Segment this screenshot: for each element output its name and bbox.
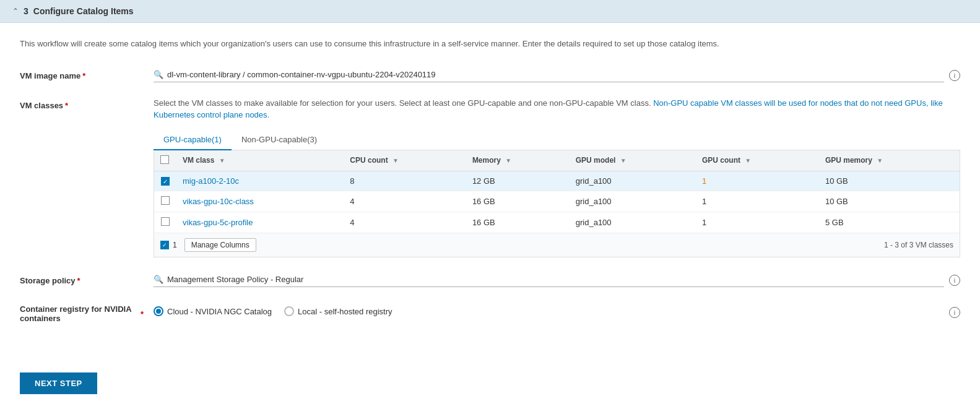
row-checkbox[interactable] [161,196,170,205]
th-gpu-count[interactable]: GPU count ▼ [696,150,819,171]
cell-gpu-memory: 10 GB [819,171,960,191]
row-checkbox[interactable] [161,217,170,226]
th-cpu-count[interactable]: CPU count ▼ [344,150,466,171]
step-number: 3 [24,6,28,16]
registry-cloud-label: Cloud - NVIDIA NGC Catalog [167,307,272,316]
vm-image-name-value: dl-vm-content-library / common-container… [167,70,944,79]
gpu-memory-sort-icon: ▼ [877,157,883,164]
cell-cpu-count: 4 [344,191,466,212]
storage-policy-input-wrapper[interactable]: 🔍 Management Storage Policy - Regular [154,272,944,287]
cell-cpu-count: 8 [344,171,466,191]
tab-gpu-capable[interactable]: GPU-capable(1) [154,130,232,150]
table-footer: 1 Manage Columns 1 - 3 of 3 VM classes [154,233,960,257]
step-title: Configure Catalog Items [33,6,134,16]
selected-count-badge: 1 [160,241,177,249]
search-icon: 🔍 [154,70,163,79]
storage-policy-value: Management Storage Policy - Regular [167,275,944,284]
content-area: This workflow will create some catalog i… [0,23,980,363]
step-header: ⌃ 3 Configure Catalog Items [0,0,980,23]
th-select-all[interactable] [154,150,176,171]
vm-classes-field: Select the VM classes to make available … [154,97,960,258]
vm-class-sort-icon: ▼ [219,157,225,164]
cell-gpu-count: 1 [696,212,819,233]
selected-count: 1 [173,241,177,249]
page-wrapper: ⌃ 3 Configure Catalog Items This workflo… [0,0,980,409]
cell-gpu-count: 1 [696,171,819,191]
storage-policy-label: Storage policy * [20,272,144,285]
vm-classes-row: VM classes * Select the VM classes to ma… [20,97,960,258]
select-all-checkbox[interactable] [160,155,169,164]
cell-gpu-memory: 5 GB [819,212,960,233]
description-text: This workflow will create some catalog i… [20,38,960,50]
registry-cloud-radio[interactable] [154,306,163,316]
table-count-info: 1 - 3 of 3 VM classes [884,241,953,249]
vm-class-link[interactable]: vikas-gpu-5c-profile [183,218,253,227]
container-registry-field: Cloud - NVIDIA NGC Catalog Local - self-… [154,302,960,318]
storage-policy-row: Storage policy * 🔍 Management Storage Po… [20,272,960,287]
badge-checkbox [160,241,169,249]
vm-classes-label: VM classes * [20,97,144,110]
registry-local-option[interactable]: Local - self-hosted registry [284,306,392,316]
th-gpu-model[interactable]: GPU model ▼ [570,150,696,171]
th-vm-class[interactable]: VM class ▼ [176,150,344,171]
vm-image-name-input-wrapper[interactable]: 🔍 dl-vm-content-library / common-contain… [154,67,944,82]
table-header-row: VM class ▼ CPU count ▼ Memory ▼ [154,150,960,171]
manage-columns-button[interactable]: Manage Columns [184,238,256,252]
vm-class-link[interactable]: mig-a100-2-10c [183,176,239,186]
vm-classes-table-wrapper: VM class ▼ CPU count ▼ Memory ▼ [154,150,960,258]
registry-local-label: Local - self-hosted registry [298,307,392,316]
registry-radio-group: Cloud - NVIDIA NGC Catalog Local - self-… [154,306,392,316]
vm-classes-tabs: GPU-capable(1) Non-GPU-capable(3) [154,130,960,150]
table-row: vikas-gpu-10c-class416 GBgrid_a100110 GB [154,191,960,212]
container-registry-label: Container registry for NVIDIA containers… [20,302,144,323]
row-checkbox-cell[interactable] [154,191,176,212]
storage-search-icon: 🔍 [154,275,163,284]
cell-memory: 16 GB [466,191,570,212]
next-step-button[interactable]: NEXT STEP [20,372,97,394]
th-memory[interactable]: Memory ▼ [466,150,570,171]
cell-memory: 12 GB [466,171,570,191]
cell-vm-class: mig-a100-2-10c [176,171,344,191]
storage-policy-field: 🔍 Management Storage Policy - Regular i [154,272,960,287]
cell-gpu-model: grid_a100 [570,171,696,191]
cell-memory: 16 GB [466,212,570,233]
storage-policy-info-icon[interactable]: i [949,275,960,286]
cpu-count-sort-icon: ▼ [392,157,399,164]
th-gpu-memory[interactable]: GPU memory ▼ [819,150,960,171]
vm-classes-table: VM class ▼ CPU count ▼ Memory ▼ [154,150,960,233]
cell-vm-class: vikas-gpu-10c-class [176,191,344,212]
vm-classes-content: Select the VM classes to make available … [154,97,960,258]
storage-required-star: * [77,276,80,285]
required-star: * [82,71,85,80]
cell-cpu-count: 4 [344,212,466,233]
registry-local-radio[interactable] [284,306,294,316]
table-row: vikas-gpu-5c-profile416 GBgrid_a10015 GB [154,212,960,233]
cell-gpu-count: 1 [696,191,819,212]
registry-info-icon[interactable]: i [949,307,960,318]
row-checkbox-cell[interactable] [154,171,176,191]
vm-image-name-info-icon[interactable]: i [949,70,960,81]
vm-classes-description: Select the VM classes to make available … [154,97,960,121]
gpu-model-sort-icon: ▼ [620,157,627,164]
container-registry-row: Container registry for NVIDIA containers… [20,302,960,323]
cell-vm-class: vikas-gpu-5c-profile [176,212,344,233]
row-checkbox-cell[interactable] [154,212,176,233]
cell-gpu-model: grid_a100 [570,191,696,212]
vm-class-link[interactable]: vikas-gpu-10c-class [183,197,254,206]
footer-area: NEXT STEP [0,363,980,409]
cell-gpu-model: grid_a100 [570,212,696,233]
row-checkbox[interactable] [161,177,170,186]
gpu-count-value: 1 [702,176,706,186]
gpu-count-sort-icon: ▼ [745,157,751,164]
registry-cloud-option[interactable]: Cloud - NVIDIA NGC Catalog [154,306,272,316]
memory-sort-icon: ▼ [505,157,511,164]
registry-required-star: * [141,309,144,319]
vm-classes-required-star: * [65,101,68,110]
vm-image-name-field: 🔍 dl-vm-content-library / common-contain… [154,67,960,82]
vm-image-name-row: VM image name * 🔍 dl-vm-content-library … [20,67,960,82]
vm-image-name-label: VM image name * [20,67,144,80]
tab-non-gpu-capable[interactable]: Non-GPU-capable(3) [232,130,327,150]
cell-gpu-memory: 10 GB [819,191,960,212]
table-row: mig-a100-2-10c812 GBgrid_a100110 GB [154,171,960,191]
chevron-icon: ⌃ [12,7,19,15]
